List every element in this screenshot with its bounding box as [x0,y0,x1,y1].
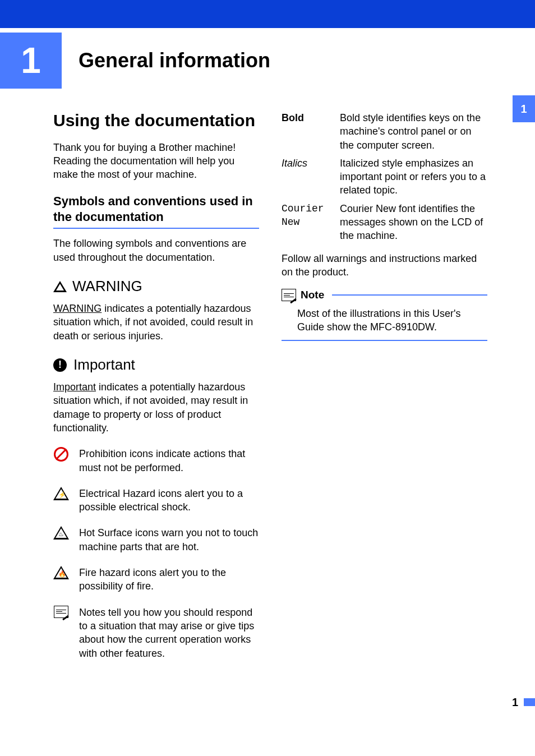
top-bar [0,0,535,28]
chapter-number-box: 1 [0,33,62,89]
note-icon [54,606,68,618]
page-number: 1 [512,695,518,710]
important-definition: Important indicates a potentially hazard… [53,380,259,435]
fire-text: Fire hazard icons alert you to the possi… [79,566,259,593]
left-column: Using the documentation Thank you for bu… [53,111,259,672]
side-tab-number: 1 [520,102,527,117]
electrical-text: Electrical Hazard icons alert you to a p… [79,487,259,514]
follow-paragraph: Follow all warnings and instructions mar… [282,252,487,279]
warning-key: WARNING [53,303,102,314]
list-item: ⚡ Electrical Hazard icons alert you to a… [53,487,259,514]
prohibition-icon [54,447,68,462]
list-item: 🔥 Fire hazard icons alert you to the pos… [53,566,259,593]
warning-triangle-icon [53,281,67,292]
icon-definitions-list: Prohibition icons indicate actions that … [53,447,259,660]
italics-key: Italics [282,156,330,197]
important-circle-icon: ! [53,358,67,372]
bold-key: Bold [282,111,330,152]
warning-heading: WARNING [53,276,259,296]
courier-key: Courier New [282,202,330,243]
page-footer: 1 [0,695,535,710]
typography-table: Bold Bold style identifies keys on the m… [282,111,487,243]
hot-surface-icon: ♨ [53,526,69,540]
italics-value: Italicized style emphasizes an important… [340,156,487,197]
list-item: Prohibition icons indicate actions that … [53,447,259,474]
note-label: Note [301,288,324,302]
side-tab: 1 [513,95,535,122]
chapter-number: 1 [21,36,41,85]
bold-value: Bold style identifies keys on the machin… [340,111,487,152]
note-body: Most of the illustrations in this User's… [282,305,487,340]
page-body: 1 Using the documentation Thank you for … [0,89,535,695]
notes-text: Notes tell you how you should respond to… [79,606,259,660]
electrical-hazard-icon: ⚡ [53,487,69,500]
section-heading: Using the documentation [53,111,259,131]
hot-text: Hot Surface icons warn you not to touch … [79,526,259,554]
note-rule [332,294,487,296]
fire-hazard-icon: 🔥 [53,566,69,579]
important-label: Important [73,355,135,375]
note-callout: Note Most of the illustrations in this U… [282,288,487,340]
right-column: Bold Bold style identifies keys on the m… [282,111,487,672]
note-heading: Note [282,288,487,302]
subsection-intro: The following symbols and conventions ar… [53,237,259,264]
chapter-heading: 1 General information [0,33,535,89]
subsection-heading: Symbols and conventions used in the docu… [53,193,259,229]
courier-value: Courier New font identifies the messages… [340,202,487,243]
note-rule [282,340,487,341]
intro-paragraph: Thank you for buying a Brother machine! … [53,141,259,182]
note-icon [282,289,296,301]
list-item: Notes tell you how you should respond to… [53,606,259,660]
warning-definition: WARNING indicates a potentially hazardou… [53,302,259,343]
warning-label: WARNING [72,276,142,296]
important-heading: ! Important [53,355,259,375]
prohibition-text: Prohibition icons indicate actions that … [79,447,259,474]
list-item: ♨ Hot Surface icons warn you not to touc… [53,526,259,554]
chapter-title: General information [79,47,270,75]
page-mark [524,698,535,706]
important-key: Important [53,381,96,393]
